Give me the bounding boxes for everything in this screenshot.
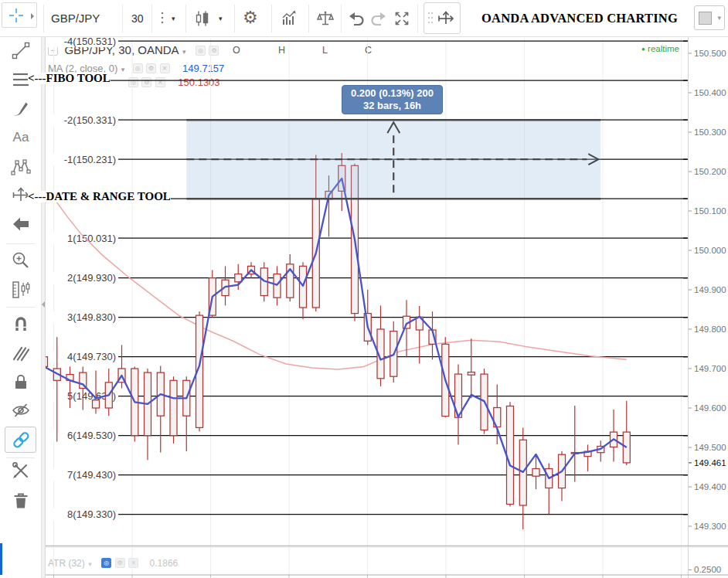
svg-text:7(149.430): 7(149.430) [67, 469, 116, 481]
settings-button[interactable]: ⚙ [243, 7, 258, 29]
svg-text:3(149.830): 3(149.830) [67, 311, 116, 323]
realtime-indicator: ● realtime [641, 44, 679, 53]
gear-icon: ⚙ [243, 8, 258, 27]
chart-style-caret-icon[interactable]: ▾ [219, 0, 223, 37]
legend-ma-slow-row: ◎ ⚙ × 150.1303 [128, 75, 220, 89]
last-price-label: 149.461 [694, 458, 726, 468]
magnifier-icon [10, 250, 32, 271]
svg-text:149.600: 149.600 [694, 403, 726, 413]
ma-fast-gear-icon[interactable]: ⚙ [146, 63, 156, 73]
collapse-toolbar-icon[interactable] [42, 301, 45, 308]
svg-text:150.000: 150.000 [694, 246, 726, 255]
text-tool[interactable]: Aa [10, 127, 32, 148]
page-title: OANDA ADVANCED CHARTING [479, 10, 680, 27]
undo-icon [348, 10, 366, 27]
dots-vertical-icon [158, 11, 166, 26]
svg-text:5(149.630): 5(149.630) [67, 390, 116, 402]
range-tooltip-line1: 0.200 (0.13%) 200 [351, 87, 434, 100]
crosshair-icon [7, 6, 26, 25]
lock-drawings-button[interactable] [10, 371, 32, 393]
lower-pane-axis-label: 0.2500 [694, 565, 721, 574]
legend-collapse-icon[interactable]: − [48, 46, 58, 56]
eye-off-icon [10, 400, 32, 421]
legend-gear-icon[interactable]: ⚙ [209, 46, 219, 56]
atr-close-icon[interactable]: × [128, 558, 138, 568]
symbol-button[interactable]: GBP/JPY [51, 0, 100, 37]
remove-drawings-button[interactable] [10, 490, 32, 512]
fast-ma-line [44, 178, 627, 478]
atr-gear-icon[interactable]: ⚙ [115, 558, 125, 568]
object-tree-button[interactable] [10, 460, 32, 481]
candles [41, 153, 631, 529]
zoom-in-tool[interactable] [10, 250, 32, 271]
price-axis: 150.500150.400150.300150.200150.100150.0… [689, 37, 726, 578]
fullscreen-button[interactable] [393, 9, 411, 31]
range-tool-annotation: <---DATE & RANGE TOOL [28, 191, 171, 202]
vertical-gridlines [54, 39, 682, 575]
compare-button[interactable] [316, 9, 335, 31]
fullscreen-icon [393, 9, 411, 28]
redo-button[interactable] [369, 10, 387, 30]
left-toolbar: Aa [0, 37, 41, 578]
interval-caret-icon[interactable]: ▾ [172, 0, 175, 37]
legend-symbol[interactable]: GBP/JPY, 30, OANDA [64, 43, 179, 56]
svg-text:6(149.530): 6(149.530) [67, 430, 116, 441]
hide-drawings-button[interactable] [10, 213, 32, 235]
hide-all-drawings-button[interactable] [10, 400, 32, 421]
range-tooltip: 0.200 (0.13%) 200 32 bars, 16h [342, 85, 443, 114]
magnet-mode-button[interactable] [10, 312, 32, 334]
oanda-charting-app: − GBP/JPY, 30, OANDA ▾ ◎ ⚙ O H L C MA (2… [0, 0, 728, 578]
svg-text:149.300: 149.300 [694, 522, 726, 531]
trend-line-tool[interactable] [10, 40, 32, 62]
atr-caret-icon[interactable]: ▾ [88, 560, 92, 568]
date-range-box [186, 120, 600, 199]
date-range-tool-icon[interactable] [436, 8, 456, 29]
svg-text:150.400: 150.400 [694, 88, 726, 97]
atr-eye-icon[interactable]: ◎ [101, 558, 111, 568]
ma-slow-eye-icon[interactable]: ◎ [128, 77, 138, 87]
time-axis-ticks [54, 575, 682, 578]
brush-icon [10, 97, 32, 119]
crosshair-tool-button[interactable] [2, 2, 37, 28]
undo-button[interactable] [348, 10, 366, 30]
svg-text:150.300: 150.300 [694, 128, 726, 137]
svg-text:2(149.930): 2(149.930) [67, 272, 116, 284]
svg-text:149.400: 149.400 [694, 482, 726, 491]
svg-text:-2(150.331): -2(150.331) [64, 114, 116, 126]
interval-options-button[interactable] [158, 11, 166, 29]
ma-fast-eye-icon[interactable]: ◎ [133, 63, 143, 73]
svg-text:149.700: 149.700 [694, 364, 726, 373]
chart-style-button[interactable] [193, 9, 212, 31]
svg-text:150.500: 150.500 [694, 49, 726, 58]
legend-eye-icon[interactable]: ◎ [196, 46, 206, 56]
magnet-icon [10, 312, 32, 334]
range-tooltip-line2: 32 bars, 16h [351, 100, 434, 113]
ma-fast-close-icon[interactable]: × [160, 63, 170, 73]
ma-slow-close-icon[interactable]: × [155, 77, 165, 87]
svg-text:150.100: 150.100 [694, 206, 726, 216]
ma-slow-gear-icon[interactable]: ⚙ [141, 77, 151, 87]
interval-button[interactable]: 30 [131, 0, 144, 37]
fibo-tool-annotation: <---FIBO TOOL [28, 73, 111, 84]
legend-caret-icon[interactable]: ▾ [182, 48, 186, 56]
brush-tool[interactable] [10, 97, 32, 119]
svg-text:150.200: 150.200 [694, 167, 726, 176]
ma-slow-value: 150.1303 [178, 76, 219, 88]
candlestick-icon [193, 9, 212, 28]
measure-tool[interactable] [10, 279, 32, 301]
pattern-tool[interactable] [10, 156, 32, 178]
link-icon [10, 429, 32, 450]
stay-in-drawing-mode-button[interactable] [10, 342, 32, 363]
link-tool-selected[interactable] [5, 427, 36, 453]
svg-text:149.900: 149.900 [694, 285, 726, 294]
indicators-button[interactable] [280, 9, 298, 31]
ma-fast-caret-icon[interactable]: ▾ [121, 66, 125, 73]
theme-caret-icon: ▾ [717, 14, 721, 22]
scales-icon [316, 9, 335, 28]
theme-dropdown[interactable]: ▾ [694, 5, 725, 30]
indicators-icon [280, 9, 298, 28]
left-edge-highlight [0, 543, 2, 575]
atr-label[interactable]: ATR (32) [48, 558, 85, 569]
drag-handle-icon[interactable] [427, 12, 434, 26]
redo-icon [369, 10, 387, 27]
